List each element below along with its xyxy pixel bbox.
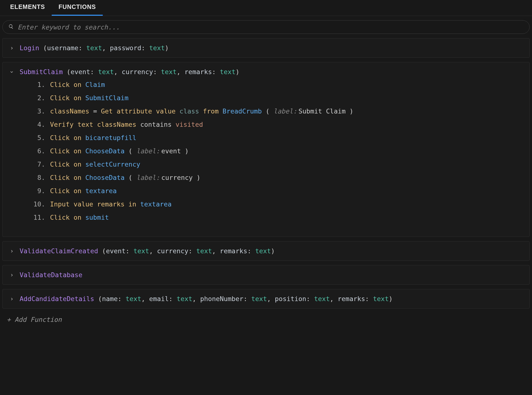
param-type: text [86, 44, 102, 52]
step-token: classNames [50, 107, 93, 115]
step-token: Click on [50, 147, 85, 155]
step-token: from [203, 107, 223, 115]
step-token: Click on [50, 161, 85, 168]
step-number: 11. [31, 214, 50, 221]
param-type: text [149, 44, 165, 52]
step-token: textarea [85, 187, 121, 195]
step-token: visited [175, 121, 207, 128]
step-token: ChooseData [85, 147, 129, 155]
param-name: currency [157, 247, 188, 255]
step-token: ( [129, 147, 136, 155]
function-header-addcandidatedetails[interactable]: › AddCandidateDetails ( name: text, emai… [9, 295, 523, 303]
param-type: text [196, 247, 212, 255]
function-card-validatedatabase: › ValidateDatabase [2, 265, 530, 285]
step-token: label: [136, 147, 160, 155]
step-number: 6. [31, 147, 50, 155]
step-number: 2. [31, 94, 50, 102]
step-row[interactable]: 10. Input value remarks in textarea [31, 200, 523, 208]
step-token: Submit Claim [297, 107, 349, 115]
function-name: AddCandidateDetails [20, 295, 98, 303]
step-number: 7. [31, 161, 50, 168]
step-number: 3. [31, 107, 50, 115]
function-card-submitclaim: › SubmitClaim ( event: text, currency: t… [2, 62, 530, 237]
search-bar[interactable] [2, 20, 530, 34]
step-number: 5. [31, 134, 50, 141]
step-row[interactable]: 4. Verify text classNames contains visit… [31, 121, 523, 128]
step-token: selectCurrency [85, 161, 144, 168]
step-row[interactable]: 6. Click on ChooseData ( label: event ) [31, 147, 523, 155]
step-row[interactable]: 8. Click on ChooseData ( label: currency… [31, 174, 523, 181]
param-type: text [161, 68, 177, 76]
param-name: position [275, 295, 306, 303]
add-function-button[interactable]: + Add Function [0, 309, 532, 323]
search-icon [8, 24, 14, 30]
param-type: text [177, 295, 192, 303]
param-name: event [106, 247, 125, 255]
chevron-down-icon: › [8, 70, 15, 74]
step-list: 1. Click on Claim 2. Click on SubmitClai… [31, 81, 523, 221]
param-type: text [98, 68, 114, 76]
step-token: Verify text [50, 121, 97, 128]
step-token: Click on [50, 134, 85, 141]
step-token: Click on [50, 94, 85, 102]
step-token: submit [85, 214, 113, 221]
search-input[interactable] [18, 23, 524, 31]
step-token: Click on [50, 187, 85, 195]
chevron-right-icon: › [9, 45, 14, 51]
step-row[interactable]: 7. Click on selectCurrency [31, 161, 523, 168]
step-token: label: [136, 174, 160, 181]
function-header-submitclaim[interactable]: › SubmitClaim ( event: text, currency: t… [9, 68, 523, 76]
param-name: currency [122, 68, 153, 76]
param-name: phoneNumber [200, 295, 244, 303]
step-number: 9. [31, 187, 50, 195]
step-number: 8. [31, 174, 50, 181]
step-token: ) [185, 147, 189, 155]
tab-functions[interactable]: FUNCTIONS [52, 0, 103, 16]
function-name: ValidateClaimCreated [20, 247, 102, 255]
step-token: contains [140, 121, 175, 128]
step-token: SubmitClaim [85, 94, 132, 102]
step-token: textarea [140, 200, 175, 208]
function-name: SubmitClaim [20, 68, 67, 76]
step-token: Claim [85, 81, 109, 88]
step-row[interactable]: 1. Click on Claim [31, 81, 523, 88]
step-token: label: [273, 107, 297, 115]
step-token: classNames [97, 121, 140, 128]
function-header-validateclaimcreated[interactable]: › ValidateClaimCreated ( event: text, cu… [9, 247, 523, 255]
step-number: 10. [31, 200, 50, 208]
param-name: remarks [185, 68, 212, 76]
chevron-right-icon: › [9, 272, 14, 278]
step-token: = [93, 107, 101, 115]
param-name: remarks [220, 247, 247, 255]
step-row[interactable]: 3. classNames = Get attribute value clas… [31, 107, 523, 115]
param-name: remarks [338, 295, 365, 303]
function-header-login[interactable]: › Login ( username: text, password: text… [9, 44, 523, 52]
step-token: remarks [97, 200, 129, 208]
step-token: BreadCrumb [223, 107, 266, 115]
step-token: ) [349, 107, 353, 115]
chevron-right-icon: › [9, 248, 14, 254]
param-type: text [220, 68, 236, 76]
tab-bar: ELEMENTS FUNCTIONS [0, 0, 532, 16]
step-row[interactable]: 11. Click on submit [31, 214, 523, 221]
step-token: ( [129, 174, 136, 181]
step-row[interactable]: 9. Click on textarea [31, 187, 523, 195]
step-token: ChooseData [85, 174, 129, 181]
function-name: ValidateDatabase [20, 271, 82, 279]
step-token: class [180, 107, 203, 115]
param-type: text [133, 247, 149, 255]
tab-elements[interactable]: ELEMENTS [3, 0, 52, 16]
step-token: event [160, 147, 185, 155]
param-name: username [47, 44, 79, 52]
param-type: text [251, 295, 267, 303]
param-type: text [126, 295, 141, 303]
step-row[interactable]: 2. Click on SubmitClaim [31, 94, 523, 102]
function-name: Login [20, 44, 43, 52]
step-row[interactable]: 5. Click on bicaretupfill [31, 134, 523, 141]
chevron-right-icon: › [9, 296, 14, 302]
param-type: text [373, 295, 389, 303]
step-token: Input value [50, 200, 97, 208]
param-name: event [71, 68, 90, 76]
function-header-validatedatabase[interactable]: › ValidateDatabase [9, 271, 523, 279]
function-card-validateclaimcreated: › ValidateClaimCreated ( event: text, cu… [2, 241, 530, 261]
